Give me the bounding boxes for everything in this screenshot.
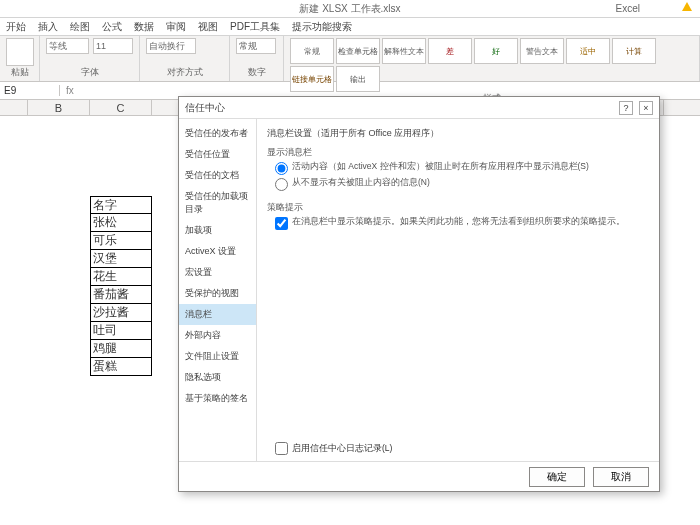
radio-never-show[interactable]: 从不显示有关被阻止内容的信息(N): [275, 177, 649, 191]
warning-icon: [682, 2, 692, 11]
tab-review[interactable]: 审阅: [166, 20, 186, 34]
style-link[interactable]: 链接单元格: [290, 66, 334, 92]
font-size-field[interactable]: 11: [93, 38, 133, 54]
dialog-main: 消息栏设置（适用于所有 Office 应用程序） 显示消息栏 活动内容（如 Ac…: [257, 119, 659, 461]
cell[interactable]: 汉堡: [90, 250, 152, 268]
style-warning[interactable]: 警告文本: [520, 38, 564, 64]
tab-draw[interactable]: 绘图: [70, 20, 90, 34]
sidebar-item[interactable]: 受信任的加载项目录: [179, 186, 256, 220]
cell[interactable]: 花生: [90, 268, 152, 286]
app-name: Excel: [616, 3, 640, 14]
cell[interactable]: 吐司: [90, 322, 152, 340]
dialog-titlebar: 信任中心 ? ×: [179, 97, 659, 119]
number-group-label: 数字: [236, 66, 277, 79]
data-column-b: 名字 张松 可乐 汉堡 花生 番茄酱 沙拉酱 吐司 鸡腿 蛋糕: [90, 196, 152, 376]
paste-label: 粘贴: [6, 66, 33, 79]
wrap-field[interactable]: 自动换行: [146, 38, 196, 54]
style-bad[interactable]: 差: [428, 38, 472, 64]
sidebar-item[interactable]: 受信任位置: [179, 144, 256, 165]
tab-home[interactable]: 开始: [6, 20, 26, 34]
cell[interactable]: 可乐: [90, 232, 152, 250]
close-button[interactable]: ×: [639, 101, 653, 115]
name-box[interactable]: E9: [0, 85, 60, 96]
cell[interactable]: 鸡腿: [90, 340, 152, 358]
style-explain[interactable]: 解释性文本: [382, 38, 426, 64]
cell[interactable]: 沙拉酱: [90, 304, 152, 322]
style-check[interactable]: 检查单元格: [336, 38, 380, 64]
sidebar-item[interactable]: 受保护的视图: [179, 283, 256, 304]
section-title: 策略提示: [267, 201, 649, 214]
sidebar-item[interactable]: 隐私选项: [179, 367, 256, 388]
align-group-label: 对齐方式: [146, 66, 223, 79]
radio-input[interactable]: [275, 178, 288, 191]
titlebar: 新建 XLSX 工作表.xlsx Excel: [0, 0, 700, 18]
tab-view[interactable]: 视图: [198, 20, 218, 34]
sidebar-item[interactable]: 宏设置: [179, 262, 256, 283]
font-group-label: 字体: [46, 66, 133, 79]
checkbox-logging[interactable]: 启用信任中心日志记录(L): [275, 442, 392, 455]
tab-insert[interactable]: 插入: [38, 20, 58, 34]
cell[interactable]: 张松: [90, 214, 152, 232]
trust-center-dialog: 信任中心 ? × 受信任的发布者 受信任位置 受信任的文档 受信任的加载项目录 …: [178, 96, 660, 492]
sidebar-item[interactable]: 基于策略的签名: [179, 388, 256, 409]
sidebar-item[interactable]: 加载项: [179, 220, 256, 241]
tab-tell-me[interactable]: 提示功能搜索: [292, 20, 352, 34]
style-neutral[interactable]: 适中: [566, 38, 610, 64]
paste-button[interactable]: [6, 38, 34, 66]
checkbox-input[interactable]: [275, 217, 288, 230]
font-name-field[interactable]: 等线: [46, 38, 89, 54]
style-calc[interactable]: 计算: [612, 38, 656, 64]
radio-show-bar[interactable]: 活动内容（如 ActiveX 控件和宏）被阻止时在所有应用程序中显示消息栏(S): [275, 161, 649, 175]
number-format-field[interactable]: 常规: [236, 38, 276, 54]
col-c[interactable]: C: [90, 100, 152, 115]
fx-icon[interactable]: fx: [60, 85, 80, 96]
dialog-title: 信任中心: [185, 101, 225, 115]
document-title: 新建 XLSX 工作表.xlsx: [299, 2, 400, 16]
style-good[interactable]: 好: [474, 38, 518, 64]
ribbon: 粘贴 等线 11 字体 自动换行 对齐方式 常规 数字 常规 检查单元格 解释性…: [0, 36, 700, 82]
checkbox-policy-tip[interactable]: 在消息栏中显示策略提示。如果关闭此功能，您将无法看到组织所要求的策略提示。: [275, 216, 649, 230]
tab-formulas[interactable]: 公式: [102, 20, 122, 34]
sidebar-item[interactable]: 受信任的文档: [179, 165, 256, 186]
style-output[interactable]: 输出: [336, 66, 380, 92]
sidebar-item[interactable]: ActiveX 设置: [179, 241, 256, 262]
ok-button[interactable]: 确定: [529, 467, 585, 487]
col-b[interactable]: B: [28, 100, 90, 115]
sidebar-item[interactable]: 外部内容: [179, 325, 256, 346]
dialog-main-header: 消息栏设置（适用于所有 Office 应用程序）: [267, 127, 649, 140]
cell[interactable]: 番茄酱: [90, 286, 152, 304]
cancel-button[interactable]: 取消: [593, 467, 649, 487]
dialog-footer: 确定 取消: [179, 461, 659, 491]
sidebar-item[interactable]: 文件阻止设置: [179, 346, 256, 367]
tab-data[interactable]: 数据: [134, 20, 154, 34]
style-normal[interactable]: 常规: [290, 38, 334, 64]
dialog-sidebar: 受信任的发布者 受信任位置 受信任的文档 受信任的加载项目录 加载项 Activ…: [179, 119, 257, 461]
radio-input[interactable]: [275, 162, 288, 175]
cell[interactable]: 名字: [90, 196, 152, 214]
tab-pdf[interactable]: PDF工具集: [230, 20, 280, 34]
cell[interactable]: 蛋糕: [90, 358, 152, 376]
ribbon-tabs: 开始 插入 绘图 公式 数据 审阅 视图 PDF工具集 提示功能搜索: [0, 18, 700, 36]
help-button[interactable]: ?: [619, 101, 633, 115]
checkbox-input[interactable]: [275, 442, 288, 455]
section-title: 显示消息栏: [267, 146, 649, 159]
sidebar-item[interactable]: 受信任的发布者: [179, 123, 256, 144]
sidebar-item-selected[interactable]: 消息栏: [179, 304, 256, 325]
